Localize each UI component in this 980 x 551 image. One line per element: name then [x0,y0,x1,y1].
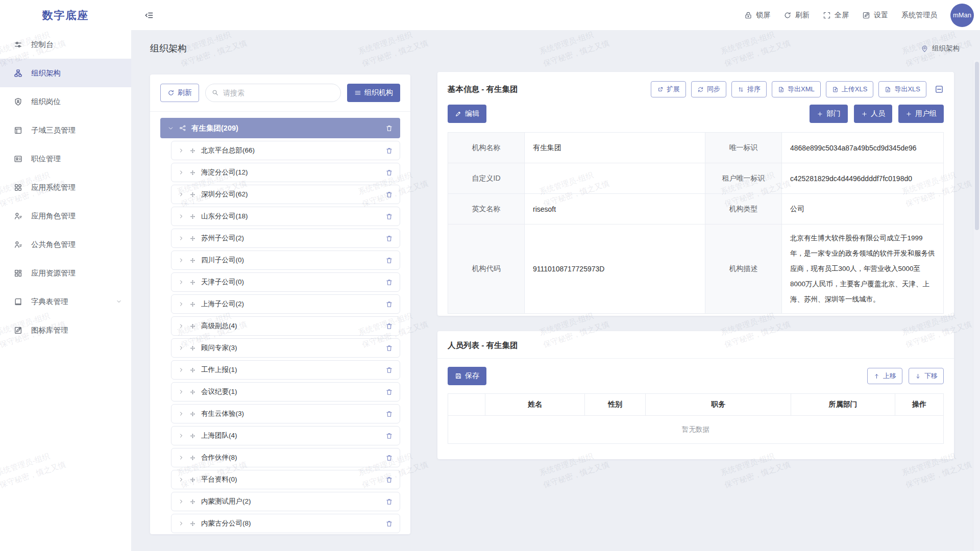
drag-handle-icon[interactable] [189,213,196,220]
trash-icon[interactable] [385,410,393,418]
同步-button[interactable]: 同步 [691,81,726,97]
sidebar-item-子域三员管理[interactable]: 子域三员管理 [0,116,131,144]
trash-icon[interactable] [385,454,393,462]
org-structure-button[interactable]: 组织机构 [347,84,400,102]
sidebar-item-字典表管理[interactable]: 字典表管理 [0,287,131,316]
trash-icon[interactable] [385,388,393,396]
menu-fold-icon[interactable] [144,11,154,20]
chevron-down-icon[interactable] [167,125,174,132]
drag-handle-icon[interactable] [189,498,196,505]
chevron-right-icon[interactable] [178,455,184,461]
trash-icon[interactable] [385,498,393,506]
tree-node[interactable]: 海淀分公司(12) [171,163,400,182]
tree-node[interactable]: 天津子公司(0) [171,272,400,292]
trash-icon[interactable] [385,213,393,220]
sidebar-item-应用资源管理[interactable]: 应用资源管理 [0,259,131,287]
sidebar-item-控制台[interactable]: 控制台 [0,30,131,59]
drag-handle-icon[interactable] [189,257,196,264]
drag-handle-icon[interactable] [189,433,196,439]
tree-node[interactable]: 合作伙伴(8) [171,448,400,467]
chevron-right-icon[interactable] [178,411,184,417]
tree-node[interactable]: 顾问专家(3) [171,338,400,358]
add-用户组-button[interactable]: 用户组 [898,105,944,123]
tree-root-node[interactable]: 有生集团(209) [160,118,400,138]
drag-handle-icon[interactable] [189,411,196,417]
trash-icon[interactable] [385,520,393,528]
trash-icon[interactable] [385,169,393,177]
tree-node[interactable]: 山东分公司(18) [171,207,400,226]
chevron-right-icon[interactable] [178,279,184,285]
tree-node[interactable]: 内蒙测试用户(2) [171,492,400,511]
refresh-button[interactable]: 刷新 [783,11,810,20]
chevron-right-icon[interactable] [178,301,184,307]
drag-handle-icon[interactable] [189,367,196,373]
chevron-right-icon[interactable] [178,477,184,483]
chevron-right-icon[interactable] [178,169,184,176]
trash-icon[interactable] [385,432,393,440]
trash-icon[interactable] [385,366,393,374]
trash-icon[interactable] [385,476,393,484]
导出XML-button[interactable]: 导出XML [772,81,821,97]
trash-icon[interactable] [385,300,393,308]
fullscreen-button[interactable]: 全屏 [823,11,849,20]
导出XLS-button[interactable]: 导出XLS [878,81,926,97]
drag-handle-icon[interactable] [189,147,196,154]
drag-handle-icon[interactable] [189,455,196,461]
drag-handle-icon[interactable] [189,169,196,176]
上传XLS-button[interactable]: 上传XLS [826,81,874,97]
sidebar-item-组织岗位[interactable]: 组织岗位 [0,87,131,116]
扩展-button[interactable]: 扩展 [651,81,686,97]
drag-handle-icon[interactable] [189,191,196,198]
chevron-right-icon[interactable] [178,213,184,219]
chevron-right-icon[interactable] [178,323,184,329]
tree-node[interactable]: 苏州子公司(2) [171,229,400,248]
trash-icon[interactable] [385,191,393,198]
tree-node[interactable]: 有生云体验(3) [171,404,400,423]
drag-handle-icon[interactable] [189,520,196,527]
vertical-scrollbar[interactable] [973,60,980,551]
trash-icon[interactable] [385,322,393,330]
chevron-right-icon[interactable] [178,345,184,351]
drag-handle-icon[interactable] [189,235,196,242]
add-人员-button[interactable]: 人员 [854,105,892,123]
tree-node[interactable]: 北京平台总部(66) [171,141,400,160]
user-avatar[interactable]: mMan [950,4,974,27]
chevron-right-icon[interactable] [178,147,184,154]
sidebar-item-应用系统管理[interactable]: 应用系统管理 [0,173,131,202]
drag-handle-icon[interactable] [189,477,196,483]
tree-node[interactable]: 深圳分公司(62) [171,185,400,204]
trash-icon[interactable] [385,147,393,155]
drag-handle-icon[interactable] [189,389,196,395]
tree-search-input[interactable] [205,84,341,102]
drag-handle-icon[interactable] [189,279,196,286]
sidebar-item-图标库管理[interactable]: 图标库管理 [0,316,131,344]
sidebar-item-组织架构[interactable]: 组织架构 [0,59,131,87]
move-down-button[interactable]: 下移 [909,368,944,384]
save-button[interactable]: 保存 [448,367,486,385]
tree-node[interactable]: 会议纪要(1) [171,382,400,402]
tree-node[interactable]: 四川子公司(0) [171,251,400,270]
chevron-right-icon[interactable] [178,389,184,395]
tree-node[interactable]: 高级副总(4) [171,316,400,336]
tree-node[interactable]: 上海团队(4) [171,426,400,445]
drag-handle-icon[interactable] [189,323,196,330]
drag-handle-icon[interactable] [189,301,196,308]
chevron-right-icon[interactable] [178,520,184,527]
move-up-button[interactable]: 上移 [867,368,902,384]
sidebar-item-公共角色管理[interactable]: 公共角色管理 [0,230,131,259]
trash-icon[interactable] [385,257,393,264]
tree-node[interactable]: 工作上报(1) [171,360,400,380]
tree-node[interactable]: 平台资料(0) [171,470,400,489]
add-部门-button[interactable]: 部门 [810,105,848,123]
scrollbar-thumb[interactable] [975,62,979,230]
trash-icon[interactable] [385,235,393,242]
trash-icon[interactable] [385,279,393,286]
settings-button[interactable]: 设置 [862,11,888,20]
chevron-right-icon[interactable] [178,191,184,197]
chevron-right-icon[interactable] [178,235,184,241]
chevron-right-icon[interactable] [178,367,184,373]
sidebar-item-应用角色管理[interactable]: 应用角色管理 [0,202,131,230]
排序-button[interactable]: 排序 [731,81,767,97]
trash-icon[interactable] [385,124,393,132]
lock-screen-button[interactable]: 锁屏 [744,11,770,20]
